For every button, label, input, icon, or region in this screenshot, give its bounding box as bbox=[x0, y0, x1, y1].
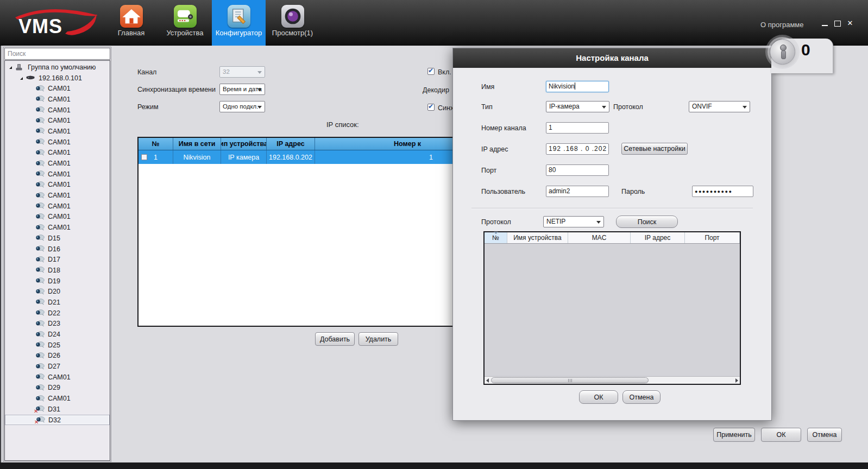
column-header-ip[interactable]: IP адрес bbox=[631, 232, 685, 243]
dialog-ok-button[interactable]: ОК bbox=[579, 390, 618, 404]
dialog-cancel-button[interactable]: Отмена bbox=[622, 390, 661, 404]
type-label: Тип bbox=[481, 103, 493, 111]
tree-item-d19[interactable]: D19 bbox=[5, 276, 110, 287]
column-header-type[interactable]: ип устройства bbox=[221, 138, 267, 150]
tree-item-d27[interactable]: D27 bbox=[5, 361, 110, 372]
add-button[interactable]: Добавить bbox=[315, 332, 355, 346]
tree-item-cam01[interactable]: CAM01 bbox=[5, 212, 110, 223]
scroll-right-icon[interactable] bbox=[735, 378, 738, 383]
tree-item-cam01[interactable]: CAM01 bbox=[5, 105, 110, 116]
port-label: Порт bbox=[481, 167, 496, 174]
close-icon[interactable]: ✕ bbox=[846, 20, 854, 27]
tree-item-d20[interactable]: D20 bbox=[5, 286, 110, 297]
search-input[interactable] bbox=[4, 48, 110, 60]
tree-item-label: CAM01 bbox=[48, 202, 71, 210]
tree-item-d15[interactable]: D15 bbox=[5, 233, 110, 244]
tree-item-cam01[interactable]: CAM01 bbox=[5, 148, 110, 159]
protocol-label: Протокол bbox=[613, 103, 643, 111]
tree-item-label: D32 bbox=[48, 416, 61, 424]
tree-item-cam01[interactable]: CAM01 bbox=[5, 201, 110, 212]
tree-item-d22[interactable]: D22 bbox=[5, 308, 110, 319]
timesync-dropdown[interactable]: Время и дата bbox=[219, 84, 265, 95]
apply-button[interactable]: Применить bbox=[713, 428, 755, 442]
tree-item-cam01[interactable]: CAM01 bbox=[5, 190, 110, 201]
tree-item-d31[interactable]: ✕D31 bbox=[5, 404, 110, 415]
tab-label: Главная bbox=[104, 29, 158, 37]
footer-ok-button[interactable]: ОК bbox=[761, 428, 801, 442]
column-header-mac[interactable]: MAC bbox=[568, 232, 631, 243]
mode-value: Одно подкл. bbox=[223, 103, 259, 110]
column-header-name[interactable]: Имя в сети bbox=[173, 138, 221, 150]
tab-view[interactable]: Просмотр(1) bbox=[266, 0, 319, 46]
tree-item-d25[interactable]: D25 bbox=[5, 340, 110, 351]
tree-item-192.168.0.101[interactable]: 192.168.0.101 bbox=[5, 73, 110, 84]
tree-item-cam01[interactable]: CAM01 bbox=[5, 158, 110, 169]
tab-configurator[interactable]: Конфигуратор bbox=[212, 0, 266, 46]
tree-item-label: CAM01 bbox=[48, 96, 71, 103]
expand-arrow-icon[interactable] bbox=[9, 66, 12, 69]
sync-checkbox[interactable]: ✔ bbox=[427, 104, 435, 111]
column-header-num[interactable]: № bbox=[485, 232, 507, 243]
tree-item-cam01[interactable]: CAM01 bbox=[5, 393, 110, 404]
column-header-ip[interactable]: IP адрес bbox=[267, 138, 315, 150]
tree-item-d18[interactable]: D18 bbox=[5, 265, 110, 276]
tree-item-cam01[interactable]: CAM01 bbox=[5, 83, 110, 94]
scroll-left-icon[interactable] bbox=[486, 378, 489, 383]
expand-arrow-icon[interactable] bbox=[20, 77, 23, 80]
channel-no-input[interactable]: 1 bbox=[546, 122, 609, 134]
tree-item-d29[interactable]: D29 bbox=[5, 383, 110, 394]
tree-item-d24[interactable]: D24 bbox=[5, 329, 110, 340]
tree-item-d32[interactable]: ✕D32 bbox=[5, 415, 110, 426]
mode-dropdown[interactable]: Одно подкл. bbox=[219, 101, 265, 112]
scrollbar-thumb[interactable] bbox=[491, 377, 649, 383]
tree-item-d23[interactable]: D23 bbox=[5, 319, 110, 329]
tree-item-cam01[interactable]: CAM01 bbox=[5, 180, 110, 191]
volume-knob[interactable] bbox=[770, 39, 795, 65]
tree-item-d17[interactable]: D17 bbox=[5, 254, 110, 265]
tree-item-cam01[interactable]: CAM01 bbox=[5, 137, 110, 148]
tree-item-label: CAM01 bbox=[48, 395, 71, 402]
tab-home[interactable]: Главная bbox=[104, 0, 158, 46]
tree-item-cam01[interactable]: CAM01 bbox=[5, 169, 110, 180]
ip-address-input[interactable]: 192 .168 . 0 .202 bbox=[546, 143, 609, 155]
tree-item-d26[interactable]: D26 bbox=[5, 351, 110, 362]
type-dropdown[interactable]: IP-камера bbox=[546, 101, 609, 112]
password-input[interactable]: ●●●●●●●●●● bbox=[692, 186, 753, 197]
footer-cancel-button[interactable]: Отмена bbox=[807, 428, 842, 442]
search-button[interactable]: Поиск bbox=[616, 216, 678, 228]
tree-item-label: CAM01 bbox=[48, 192, 71, 199]
row-checkbox[interactable] bbox=[141, 154, 147, 160]
column-header-port[interactable]: Порт bbox=[685, 232, 740, 243]
camera-icon bbox=[35, 277, 45, 284]
name-input[interactable]: Nikvision bbox=[546, 81, 609, 92]
search-protocol-dropdown[interactable]: NETIP bbox=[543, 216, 604, 227]
tab-devices[interactable]: Устройства bbox=[158, 0, 212, 46]
tree-item-label: CAM01 bbox=[48, 149, 71, 156]
minimize-icon[interactable] bbox=[821, 20, 829, 27]
horizontal-scrollbar[interactable] bbox=[485, 376, 740, 384]
tree-item-label: CAM01 bbox=[48, 224, 71, 231]
scrollbar-grip bbox=[570, 379, 570, 382]
tree-item-cam01[interactable]: CAM01 bbox=[5, 222, 110, 233]
tree-item-d16[interactable]: D16 bbox=[5, 244, 110, 255]
tree-item-группа-по-умолчанию[interactable]: Группа по умолчанию bbox=[5, 62, 110, 73]
maximize-icon[interactable] bbox=[834, 20, 841, 27]
column-header-num[interactable]: № bbox=[139, 138, 173, 150]
tree-item-cam01[interactable]: CAM01 bbox=[5, 372, 110, 383]
tree-item-cam01[interactable]: CAM01 bbox=[5, 126, 110, 137]
network-settings-button[interactable]: Сетевые настройки bbox=[621, 143, 688, 155]
user-input[interactable]: admin2 bbox=[546, 186, 609, 197]
tree-item-cam01[interactable]: CAM01 bbox=[5, 115, 110, 126]
port-input[interactable]: 80 bbox=[546, 164, 609, 176]
remove-button[interactable]: Удалить bbox=[358, 332, 398, 346]
column-header-device-name[interactable]: Имя устройства bbox=[507, 232, 568, 243]
tree-item-d21[interactable]: D21 bbox=[5, 297, 110, 308]
protocol-dropdown[interactable]: ONVIF bbox=[689, 101, 750, 112]
tree-item-label: CAM01 bbox=[48, 85, 71, 92]
camera-icon bbox=[35, 96, 45, 103]
enabled-checkbox[interactable]: ✔ bbox=[427, 68, 435, 75]
channel-dropdown[interactable]: 32 bbox=[219, 66, 265, 78]
tree-item-label: CAM01 bbox=[48, 373, 71, 381]
about-program-link[interactable]: О программе bbox=[760, 21, 804, 29]
tree-item-cam01[interactable]: CAM01 bbox=[5, 94, 110, 105]
